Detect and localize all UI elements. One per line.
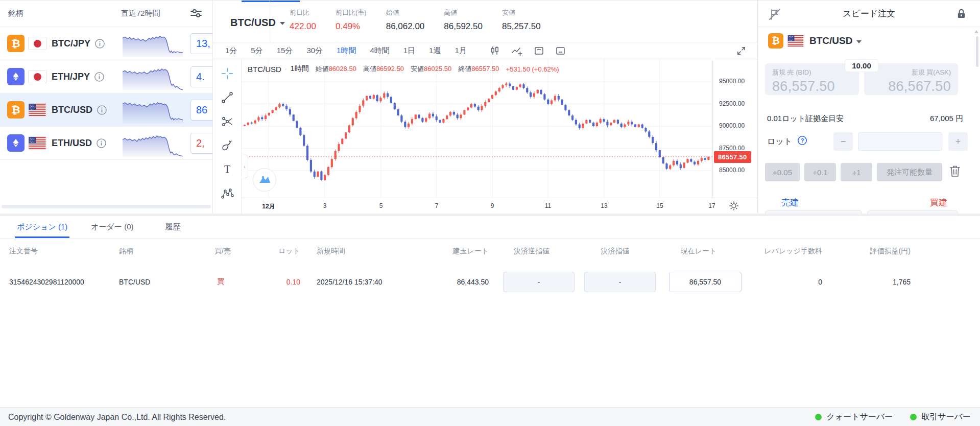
filter-sliders-icon[interactable] <box>190 8 202 20</box>
position-row[interactable]: 3154624302981120000BTC/USD買0.102025/12/1… <box>0 264 980 300</box>
open-rate-cell: 86,443.50 <box>439 264 489 300</box>
quote-price-button[interactable]: 4. <box>190 66 213 87</box>
svg-text:T: T <box>224 163 230 175</box>
svg-text:?: ? <box>801 137 804 144</box>
quote-price-button[interactable]: 2, <box>190 133 213 154</box>
chart-header: BTC/USD 前日比422.00前日比(率)0.49%始値86,062.00高… <box>213 1 757 42</box>
stat-label: 前日比(率) <box>336 8 367 17</box>
lot-quick-button-+1[interactable]: +1 <box>841 163 872 181</box>
text-tool-icon[interactable]: T <box>221 163 234 176</box>
symbol-label: BTC/JPY <box>52 38 90 49</box>
sell-button-top[interactable] <box>765 210 862 214</box>
help-question-icon[interactable]: ? <box>797 135 807 148</box>
chart-toolbar-icons <box>490 45 565 56</box>
price-axis-label: 95000.00 <box>719 78 745 85</box>
info-icon[interactable] <box>94 72 105 82</box>
symbol-row-ETH-JPY[interactable]: ETH/JPY4. <box>0 60 212 93</box>
panel-scrollbar-arrow[interactable] <box>974 30 978 33</box>
sell-open-link[interactable]: 売建 <box>781 197 799 208</box>
legend-separator: · <box>285 65 287 73</box>
tab-orders[interactable]: オーダー (0) <box>91 216 133 238</box>
chart-symbol-label: BTC/USD <box>230 17 276 29</box>
pattern-tool-icon[interactable] <box>221 187 234 200</box>
timeframe-1週[interactable]: 1週 <box>429 46 441 56</box>
brush-tool-icon[interactable] <box>221 139 234 152</box>
timeframe-5分[interactable]: 5分 <box>251 46 262 56</box>
btc-icon: ₿ <box>7 101 25 119</box>
sparkline-chart <box>123 63 183 90</box>
timeframe-15分[interactable]: 15分 <box>277 46 293 56</box>
column-header-7: 決済逆指値 <box>489 239 575 264</box>
toolbar-collapse-handle[interactable]: ‹ <box>242 155 248 178</box>
column-header-11: 評価損益(円) <box>822 239 911 264</box>
server-status: 取引サーバー <box>910 412 971 422</box>
candle-style-icon[interactable] <box>490 45 500 56</box>
positions-tabs: ポジション (1)オーダー (0)履歴 <box>0 216 980 239</box>
symbol-row-BTC-USD[interactable]: ₿BTC/USD86 <box>0 93 212 127</box>
chart-symbol-tab[interactable]: BTC/USD <box>213 1 270 42</box>
tab-history[interactable]: 履歴 <box>165 216 180 238</box>
ask-price: 86,567.50 <box>871 79 951 94</box>
margin-value: 67,005 円 <box>930 114 963 124</box>
speed-order-panel: スピード注文 ₿ BTC/USD <box>758 1 980 214</box>
info-icon[interactable] <box>97 105 107 115</box>
lot-decrease-button[interactable]: − <box>833 132 853 151</box>
timeframe-bar: 1分5分15分30分1時間4時間1日1週1月 <box>213 42 757 59</box>
candle-chart-plot[interactable]: BTC/USD · 1時間 始値86028.50高値86592.50安値8602… <box>242 60 712 198</box>
stat-label: 前日比 <box>290 8 316 17</box>
panel-layout-top-icon[interactable] <box>534 45 544 56</box>
lot-quick-button-+0.05[interactable]: +0.05 <box>765 163 800 181</box>
panel-scrollbar[interactable] <box>976 36 978 67</box>
stat-前日比(率): 前日比(率)0.49% <box>336 8 367 32</box>
flag-slash-icon[interactable] <box>768 8 781 21</box>
order-symbol-selector[interactable]: ₿ BTC/USD <box>768 33 862 49</box>
symbol-row-ETH-USD[interactable]: ETH/USD2, <box>0 127 212 160</box>
chart-legend: BTC/USD · 1時間 始値86028.50高値86592.50安値8602… <box>248 64 559 74</box>
column-header-5: 新規時間 <box>300 239 439 264</box>
add-indicator-icon[interactable] <box>511 45 522 56</box>
sidebar-header: 銘柄 直近72時間 <box>0 1 212 27</box>
timeframe-1時間[interactable]: 1時間 <box>337 46 356 56</box>
timeframe-30分[interactable]: 30分 <box>306 46 323 56</box>
timeframe-4時間[interactable]: 4時間 <box>370 46 389 56</box>
price-axis-label: 85000.00 <box>719 167 745 174</box>
buy-ask-button[interactable]: 新規 買(ASK) 86,567.50 <box>864 63 958 95</box>
trash-icon[interactable] <box>947 164 961 180</box>
timeframe-1月[interactable]: 1月 <box>455 46 466 56</box>
chart-settings-sun-icon[interactable] <box>729 201 738 210</box>
timeframe-1分[interactable]: 1分 <box>225 46 237 56</box>
trendline-tool-icon[interactable] <box>221 91 234 104</box>
available-quantity-button[interactable]: 発注可能数量 <box>877 163 942 181</box>
eth-icon <box>7 68 25 85</box>
column-header-10: レバレッジ手数料 <box>742 239 822 264</box>
quote-price-button[interactable]: 86 <box>190 100 213 121</box>
spread-value: 10.00 <box>845 60 878 72</box>
lock-icon[interactable] <box>956 8 967 19</box>
tab-positions[interactable]: ポジション (1) <box>17 216 67 238</box>
panel-layout-bottom-icon[interactable] <box>555 45 565 56</box>
buy-button-top[interactable] <box>867 210 958 214</box>
info-icon[interactable] <box>96 138 107 149</box>
quote-price-button[interactable]: 13, <box>190 33 213 54</box>
sidebar-horizontal-scrollbar[interactable] <box>2 205 211 208</box>
us-flag-icon <box>787 35 804 47</box>
info-icon[interactable] <box>94 38 105 49</box>
time-axis[interactable]: 12月357911131517 <box>242 198 758 214</box>
symbol-row-BTC-JPY[interactable]: ₿BTC/JPY13, <box>0 27 212 60</box>
timeframe-1日[interactable]: 1日 <box>403 46 415 56</box>
lot-input[interactable] <box>858 132 942 151</box>
stat-安値: 安値85,257.50 <box>502 8 541 32</box>
candlestick-chart <box>242 60 712 198</box>
sparkline-chart <box>123 97 183 124</box>
limit-value-button[interactable]: - <box>584 272 656 292</box>
crosshair-icon[interactable] <box>221 67 234 80</box>
stop-value-button[interactable]: - <box>503 272 575 292</box>
current-rate-button[interactable]: 86,557.50 <box>669 272 742 292</box>
gann-fib-tool-icon[interactable] <box>221 115 234 128</box>
price-axis[interactable]: 86557.50 95000.0092500.0090000.0087500.0… <box>712 60 758 198</box>
buy-open-link[interactable]: 買建 <box>930 197 947 208</box>
range-column-header: 直近72時間 <box>121 9 160 18</box>
fullscreen-expand-icon[interactable] <box>736 46 746 56</box>
lot-increase-button[interactable]: + <box>948 132 968 151</box>
lot-quick-button-+0.1[interactable]: +0.1 <box>804 163 836 181</box>
